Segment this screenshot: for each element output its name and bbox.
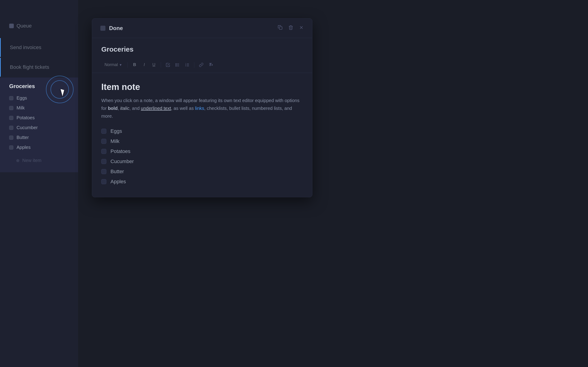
modal-header-actions xyxy=(278,25,304,31)
chevron-down-icon: ▾ xyxy=(120,63,121,67)
checklist-checkbox[interactable] xyxy=(101,129,106,134)
queue-icon xyxy=(9,24,14,28)
item-note-description: When you click on a note, a window will … xyxy=(101,97,303,120)
checklist-item-label: Eggs xyxy=(111,128,122,134)
sidebar-queue-section: Queue xyxy=(0,18,78,33)
sidebar-groceries-section[interactable]: Groceries Eggs Milk Potatoes Cucumber Bu… xyxy=(0,77,78,172)
toolbar-divider-2 xyxy=(161,62,161,68)
toolbar-divider-3 xyxy=(194,62,194,68)
checklist-item-label: Eggs xyxy=(17,95,27,101)
sidebar-checklist-cucumber[interactable]: Cucumber xyxy=(7,123,71,133)
checklist-item-label: Milk xyxy=(111,138,120,144)
checklist-item-label: Apples xyxy=(111,179,126,185)
sidebar: Queue Send invoices Book flight tickets … xyxy=(0,0,78,367)
checklist-item-label: Cucumber xyxy=(17,125,38,130)
checklist-checkbox[interactable] xyxy=(101,139,106,144)
editor-content: Item note When you click on a note, a wi… xyxy=(92,73,312,197)
desc-italic: italic xyxy=(120,106,129,111)
checkbox-icon[interactable] xyxy=(9,96,13,100)
checklist-item-label: Potatoes xyxy=(17,115,35,120)
underline-button[interactable]: U xyxy=(150,61,158,69)
note-modal: Done xyxy=(92,18,312,197)
checklist-item-milk[interactable]: Milk xyxy=(101,138,303,144)
svg-text:3: 3 xyxy=(185,65,186,67)
done-icon xyxy=(100,26,105,31)
checklist-button[interactable] xyxy=(164,61,172,69)
modal-title-area: Groceries xyxy=(92,38,312,57)
modal-title[interactable]: Groceries xyxy=(101,45,303,53)
checklist-checkbox[interactable] xyxy=(101,169,106,174)
sidebar-item-label: Book flight tickets xyxy=(10,64,49,70)
desc-link[interactable]: links xyxy=(195,106,204,111)
desc-before-underline: , and xyxy=(129,106,141,111)
italic-button[interactable]: I xyxy=(140,61,148,69)
checklist-item-apples[interactable]: Apples xyxy=(101,179,303,185)
modal-checklist: Eggs Milk Potatoes Cucumber xyxy=(101,128,303,185)
svg-point-7 xyxy=(176,65,176,65)
sidebar-checklist-eggs[interactable]: Eggs xyxy=(7,93,71,103)
bold-button[interactable]: B xyxy=(130,61,139,69)
checkbox-icon[interactable] xyxy=(9,145,13,150)
plus-icon: ⊕ xyxy=(16,158,19,163)
delete-icon[interactable] xyxy=(288,25,293,31)
checkbox-icon[interactable] xyxy=(9,106,13,110)
svg-point-6 xyxy=(176,63,176,64)
app-container: Queue Send invoices Book flight tickets … xyxy=(0,0,588,367)
modal-header-left: Done xyxy=(100,25,123,31)
queue-label: Queue xyxy=(17,23,32,29)
desc-bold: bold xyxy=(108,106,118,111)
close-icon[interactable] xyxy=(299,25,304,31)
main-area: Done xyxy=(78,0,588,367)
sidebar-checklist-apples[interactable]: Apples xyxy=(7,142,71,152)
editor-toolbar: Normal ▾ B I U xyxy=(92,57,312,73)
checklist-item-potatoes[interactable]: Potatoes xyxy=(101,148,303,154)
desc-before-link: , as well as xyxy=(171,106,195,111)
format-select[interactable]: Normal ▾ xyxy=(101,60,125,69)
clear-format-button[interactable]: Tx xyxy=(207,61,215,69)
checkbox-icon[interactable] xyxy=(9,126,13,130)
checklist-item-butter[interactable]: Butter xyxy=(101,169,303,175)
checklist-item-label: Butter xyxy=(111,169,124,175)
item-note-title: Item note xyxy=(101,82,303,92)
duplicate-icon[interactable] xyxy=(278,25,283,31)
checklist-item-label: Apples xyxy=(17,145,31,150)
checkbox-icon[interactable] xyxy=(9,135,13,140)
svg-point-8 xyxy=(176,66,176,66)
checklist-item-label: Cucumber xyxy=(111,158,134,165)
desc-before-italic: , xyxy=(118,106,120,111)
bullet-list-button[interactable] xyxy=(173,61,182,69)
modal-header: Done xyxy=(92,19,312,38)
sidebar-checklist-butter[interactable]: Butter xyxy=(7,133,71,142)
checklist-item-label: Potatoes xyxy=(111,148,130,154)
checklist-item-eggs[interactable]: Eggs xyxy=(101,128,303,134)
checkbox-icon[interactable] xyxy=(9,116,13,120)
sidebar-checklist-milk[interactable]: Milk xyxy=(7,103,71,113)
checklist-checkbox[interactable] xyxy=(101,179,106,184)
sidebar-item-send-invoices[interactable]: Send invoices xyxy=(0,38,78,57)
checklist-checkbox[interactable] xyxy=(101,149,106,154)
groceries-title: Groceries xyxy=(7,83,71,90)
format-label: Normal xyxy=(104,62,118,67)
desc-underline: underlined text xyxy=(141,106,171,111)
sidebar-item-label: Send invoices xyxy=(10,44,41,50)
done-label: Done xyxy=(109,25,123,31)
checklist-item-label: Butter xyxy=(17,135,29,140)
new-item-label: New item xyxy=(22,158,41,163)
sidebar-item-book-flight[interactable]: Book flight tickets xyxy=(0,58,78,77)
sidebar-checklist-potatoes[interactable]: Potatoes xyxy=(7,113,71,123)
checklist-item-cucumber[interactable]: Cucumber xyxy=(101,158,303,165)
numbered-list-button[interactable]: 1 2 3 xyxy=(183,61,191,69)
link-button[interactable] xyxy=(197,61,205,69)
checklist-checkbox[interactable] xyxy=(101,159,106,164)
svg-rect-0 xyxy=(279,27,282,29)
new-item-button[interactable]: ⊕ New item xyxy=(7,154,71,167)
toolbar-divider xyxy=(128,62,128,68)
checklist-item-label: Milk xyxy=(17,105,25,110)
